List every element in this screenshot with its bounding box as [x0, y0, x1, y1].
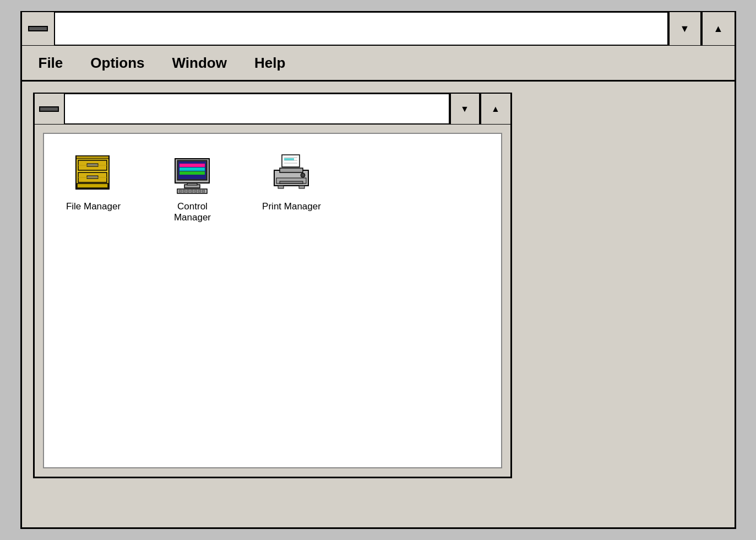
- svg-rect-31: [284, 158, 294, 160]
- svg-rect-22: [187, 190, 189, 192]
- inner-scroll-down-icon: ▼: [460, 104, 469, 114]
- svg-rect-1: [76, 156, 109, 159]
- svg-rect-33: [280, 168, 303, 172]
- svg-rect-16: [180, 164, 205, 167]
- inner-scroll-up-button[interactable]: ▲: [480, 94, 510, 124]
- print-manager-icon: [270, 150, 314, 195]
- icon-area: File Manager: [43, 133, 502, 468]
- inner-system-button-icon: [39, 106, 59, 112]
- scroll-down-icon: ▼: [680, 23, 690, 35]
- control-manager-icon-item[interactable]: Control Manager: [160, 150, 226, 223]
- outer-window: ▼ ▲ File Options Window Help ▼: [20, 11, 736, 529]
- outer-system-button[interactable]: [22, 12, 55, 45]
- menu-window[interactable]: Window: [167, 52, 232, 74]
- print-manager-label: Print Manager: [262, 201, 321, 212]
- inner-scroll-down-button[interactable]: ▼: [450, 94, 480, 124]
- inner-scroll-up-icon: ▲: [491, 104, 500, 114]
- svg-rect-20: [179, 190, 182, 192]
- svg-rect-18: [180, 171, 205, 175]
- inner-system-button[interactable]: [35, 94, 65, 124]
- outer-title-bar: ▼ ▲: [22, 13, 735, 46]
- system-button-icon: [28, 26, 48, 31]
- svg-point-35: [301, 173, 305, 177]
- svg-rect-24: [194, 190, 197, 192]
- menu-options[interactable]: Options: [85, 52, 150, 74]
- file-manager-icon-item[interactable]: File Manager: [61, 150, 127, 212]
- svg-rect-36: [280, 181, 303, 183]
- file-manager-label: File Manager: [66, 201, 121, 212]
- menu-help[interactable]: Help: [249, 52, 291, 74]
- control-manager-icon: [171, 150, 215, 195]
- outer-title-controls: ▼ ▲: [668, 12, 735, 45]
- menu-bar: File Options Window Help: [22, 46, 735, 82]
- svg-rect-25: [198, 190, 201, 192]
- svg-rect-37: [278, 186, 284, 188]
- file-manager-icon: [72, 150, 116, 195]
- svg-rect-21: [183, 190, 186, 192]
- menu-file[interactable]: File: [33, 52, 69, 74]
- svg-rect-38: [299, 186, 304, 188]
- main-area: ▼ ▲: [22, 82, 735, 527]
- svg-rect-26: [202, 190, 205, 192]
- svg-rect-23: [191, 190, 193, 192]
- outer-title-text: [55, 13, 668, 45]
- svg-rect-8: [77, 183, 108, 188]
- control-manager-label: Control Manager: [160, 201, 226, 223]
- inner-title-bar: ▼ ▲: [35, 94, 510, 125]
- inner-title-text: [65, 94, 450, 123]
- svg-rect-17: [180, 168, 205, 171]
- print-manager-icon-item[interactable]: Print Manager: [259, 150, 325, 212]
- svg-rect-27: [282, 155, 300, 167]
- inner-title-controls: ▼ ▲: [450, 94, 510, 124]
- outer-scroll-down-button[interactable]: ▼: [668, 12, 701, 45]
- outer-scroll-up-button[interactable]: ▲: [701, 12, 735, 45]
- inner-window: ▼ ▲: [33, 93, 512, 478]
- scroll-up-icon: ▲: [714, 23, 724, 35]
